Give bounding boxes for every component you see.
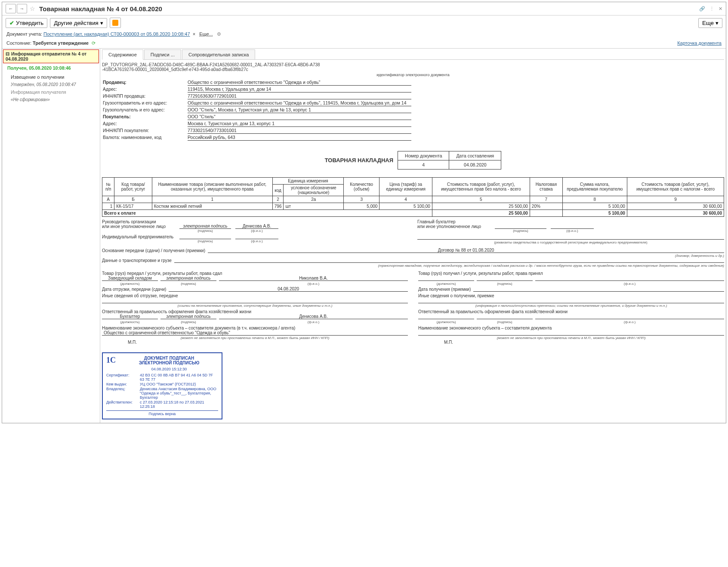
content: Содержимое Подписи ... Сопроводительная … <box>100 49 726 423</box>
doc-card-link[interactable]: Карточка документа <box>677 40 722 46</box>
table-total-row: Всего к оплате 25 500,00 5 100,00 30 600… <box>102 210 724 217</box>
hierarchy-button[interactable] <box>110 18 121 28</box>
account-doc-row: Документ учета: Поступление (акт, наклад… <box>2 30 726 38</box>
close-icon[interactable]: ✕ <box>719 6 722 12</box>
1c-logo-icon: 1С <box>106 356 116 365</box>
titlebar: ← → ☆ Товарная накладная № 4 от 04.08.20… <box>2 2 726 15</box>
window-title: Товарная накладная № 4 от 04.08.2020 <box>39 5 699 12</box>
sidebar-header[interactable]: ⊟Информация отправителя № 4 от 04.08.202… <box>3 49 99 63</box>
state-row: Состояние: Требуется утверждение ⟳ Карто… <box>2 38 726 48</box>
sidebar-item-receipt-notice[interactable]: Извещение о получении <box>3 73 99 81</box>
signature-block: Руководитель организации или иное уполно… <box>102 219 724 244</box>
doc-identifier: DP_TOVTORGPR_2AL-E7ADDC60-D48C-489C-BBAA… <box>102 62 724 72</box>
more-docs-link[interactable]: Еще... <box>199 31 213 37</box>
chevron-down-icon: ▾ <box>716 20 719 26</box>
refresh-icon[interactable]: ⟳ <box>92 40 96 46</box>
tab-cover-note[interactable]: Сопроводительная записка <box>182 49 255 59</box>
table-row: 1 КК-15/17 Костюм женский летний 796 шт … <box>102 203 724 210</box>
sender-recipient-block: Товар (груз) передал / услуги, результат… <box>102 271 724 345</box>
sidebar-item-sub: Утвержден, 05.08.2020 10:08:47 <box>3 81 99 88</box>
link-icon[interactable]: 🔗 <box>699 6 705 12</box>
gear-icon[interactable]: ⚙ <box>217 31 221 37</box>
signature-stamp: 1С ДОКУМЕНТ ПОДПИСАНЭЛЕКТРОННОЙ ПОДПИСЬЮ… <box>102 352 222 419</box>
sidebar-item-recipient-info[interactable]: Информация получателя <box>3 88 99 96</box>
account-doc-link[interactable]: Поступление (акт, накладная) СТ00-000003… <box>43 31 190 37</box>
state-value: Требуется утверждение <box>33 40 89 46</box>
collapse-icon[interactable]: ⊟ <box>6 51 10 56</box>
tabs: Содержимое Подписи ... Сопроводительная … <box>102 49 724 60</box>
nav-back-button[interactable]: ← <box>6 4 16 13</box>
menu-kebab-icon[interactable]: ⋮ <box>709 6 714 12</box>
toolbar: ✔Утвердить Другие действия ▾ Еще ▾ <box>2 15 726 30</box>
transfer-block: Основание передачи (сдачи) / получения (… <box>102 248 724 268</box>
more-button[interactable]: Еще ▾ <box>698 18 722 28</box>
chevron-down-icon: ▾ <box>100 20 103 26</box>
recipient-column: Товар (груз) получил / услуги, результат… <box>418 271 724 345</box>
sidebar-status: Получен, 05.08.2020 10:08:46 <box>3 63 99 73</box>
nav-forward-button[interactable]: → <box>17 4 27 13</box>
tab-signatures[interactable]: Подписи ... <box>144 49 181 59</box>
sidebar-item-sub: «Не сформирован» <box>3 96 99 103</box>
other-actions-button[interactable]: Другие действия ▾ <box>50 18 107 28</box>
sidebar: ⊟Информация отправителя № 4 от 04.08.202… <box>2 49 100 423</box>
identifier-caption: идентификатор электронного документа <box>102 73 724 77</box>
favorite-star-icon[interactable]: ☆ <box>28 5 37 12</box>
doc-num-date-table: Номер документаДата составления 404.08.2… <box>398 151 501 169</box>
doc-header-table: Продавец:Общество с ограниченной ответст… <box>102 79 412 142</box>
tab-content[interactable]: Содержимое <box>102 49 143 60</box>
doc-main-title: ТОВАРНАЯ НАКЛАДНАЯ <box>325 157 393 163</box>
sender-column: Товар (груз) передал / услуги, результат… <box>102 271 408 345</box>
hierarchy-icon <box>112 20 118 26</box>
check-icon: ✔ <box>9 20 14 26</box>
approve-button[interactable]: ✔Утвердить <box>6 18 47 28</box>
items-table: № п/п Код товара/ работ, услуг Наименова… <box>102 177 724 217</box>
